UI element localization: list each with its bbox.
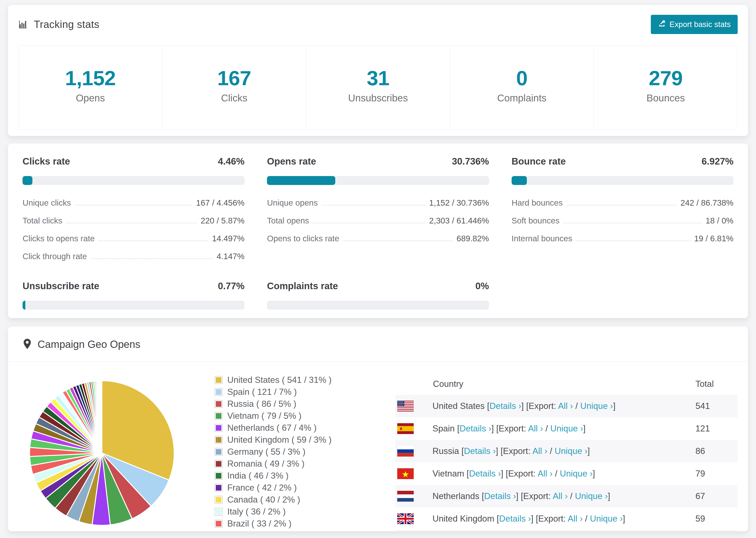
legend-swatch-color [216,437,221,443]
metric-label: Total clicks [23,216,62,225]
rate-title-row: Opens rate30.736% [267,156,489,167]
export-all-link[interactable]: All › [532,446,548,456]
export-all-link[interactable]: All › [528,424,543,433]
legend-item-russia: Russia ( 86 / 5% ) [215,399,395,409]
metric-rows: Hard bounces242 / 86.738%Soft bounces18 … [512,191,733,244]
bracket: ] [521,401,526,411]
legend-label: United Kingdom ( 59 / 3% ) [227,435,332,445]
legend-swatch-color [216,485,221,491]
export-all-link[interactable]: All › [558,401,573,411]
country-column-header: Country [395,379,695,389]
rate-title: Clicks rate [23,156,70,167]
export-prefix: [Export: [501,446,532,456]
slash: / [543,424,550,433]
details-link[interactable]: Details › [499,514,531,523]
gb-flag-icon [397,513,414,524]
legend-label: South Africa ( 29 / 2% ) [227,531,316,531]
legend-label: Vietnam ( 79 / 5% ) [227,411,301,421]
legend-swatch-color [216,461,221,467]
export-button-label: Export basic stats [670,20,730,29]
metric-rows: Unsubscribes31 [23,316,244,318]
stat-label: Bounces [594,92,737,104]
details-link[interactable]: Details › [484,491,516,501]
total-cell: 121 [695,424,738,434]
metric-rows: Unique clicks167 / 4.456%Total clicks220… [23,191,244,262]
export-unique-link[interactable]: Unique › [590,514,622,523]
legend-item-vietnam: Vietnam ( 79 / 5% ) [215,411,395,421]
rate-title: Bounce rate [512,156,566,167]
export-all-link[interactable]: All › [538,469,553,478]
export-all-link[interactable]: All › [553,491,568,501]
metric-row: Opens to clicks rate689.82% [267,227,489,244]
legend-swatch-color [216,425,221,431]
legend-label: Italy ( 36 / 2% ) [227,507,286,517]
export-basic-stats-button[interactable]: Export basic stats [651,15,738,34]
export-prefix: [Export: [536,514,568,523]
rate-title: Opens rate [267,156,316,167]
dotted-leader [321,205,425,205]
summary-stat-unsubscribes: 31Unsubscribes [306,45,450,130]
country-name: United States [432,401,487,411]
export-unique-link[interactable]: Unique › [575,491,608,501]
legend-swatch-color [216,401,221,407]
campaign-geo-opens-card: Campaign Geo Opens United States ( 541 /… [8,326,748,531]
summary-stat-opens: 1,152Opens [19,45,162,130]
rate-title-row: Unsubscribe rate0.77% [23,281,244,291]
country-name: Spain [432,424,457,433]
country-cell: United Kingdom [Details ›] [Export: All … [432,514,695,524]
bracket: [ [461,446,464,456]
details-link[interactable]: Details › [469,469,501,478]
rates-card: Clicks rate4.46%Unique clicks167 / 4.456… [8,143,748,318]
bracket: [ [457,424,459,433]
export-all-link[interactable]: All › [568,514,583,523]
details-link[interactable]: Details › [490,401,521,411]
metric-row: Internal bounces19 / 6.81% [512,227,733,244]
export-unique-link[interactable]: Unique › [550,424,583,433]
metric-label: Total opens [267,216,309,225]
legend-item-italy: Italy ( 36 / 2% ) [215,507,395,517]
stat-label: Unsubscribes [306,92,450,104]
legend-swatch-color [216,449,221,455]
progress-bar-track [512,176,733,185]
bracket: ] [491,424,496,433]
legend-swatch [215,400,223,408]
metric-row: Unique clicks167 / 4.456% [23,191,244,209]
stat-value: 279 [594,66,737,90]
dotted-leader [98,241,208,241]
bracket: ] [496,446,501,456]
export-unique-link[interactable]: Unique › [560,469,593,478]
legend-label: Romania ( 49 / 3% ) [227,459,304,469]
bracket: ] [608,491,610,501]
es-flag-icon [397,423,414,434]
export-unique-link[interactable]: Unique › [580,401,613,411]
country-cell: Vietnam [Details ›] [Export: All › / Uni… [432,469,695,479]
legend-label: Germany ( 55 / 3% ) [227,447,305,457]
metric-label: Internal bounces [512,234,572,243]
total-cell: 59 [695,514,738,524]
metric-rows: Complaints0 [267,316,489,318]
rate-value: 4.46% [218,156,244,167]
country-name: United Kingdom [432,514,497,523]
stat-value: 0 [450,66,594,90]
geo-section-title: Campaign Geo Opens [37,339,140,350]
details-link[interactable]: Details › [464,446,496,456]
geo-table-row-us: United States [Details ›] [Export: All ›… [395,395,738,417]
summary-stat-complaints: 0Complaints [450,45,594,130]
legend-item-spain: Spain ( 121 / 7% ) [215,387,395,397]
legend-swatch-color [216,413,221,419]
slash: / [547,446,555,456]
details-link[interactable]: Details › [459,424,491,433]
bracket: [ [466,469,469,478]
export-unique-link[interactable]: Unique › [555,446,587,456]
geo-table-row-vn: Vietnam [Details ›] [Export: All › / Uni… [395,462,738,485]
legend-swatch-color [216,389,221,395]
legend-label: Brazil ( 33 / 2% ) [227,519,291,529]
metric-rows: Unique opens1,152 / 30.736%Total opens2,… [267,191,489,244]
total-cell: 79 [695,469,738,479]
metric-value: 4.147% [217,252,244,261]
metric-label: Hard bounces [512,198,563,207]
rates-grid: Clicks rate4.46%Unique clicks167 / 4.456… [23,156,733,318]
bracket: ] [593,469,595,478]
rate-value: 6.927% [702,156,733,167]
metric-row: Total clicks220 / 5.87% [23,209,244,227]
